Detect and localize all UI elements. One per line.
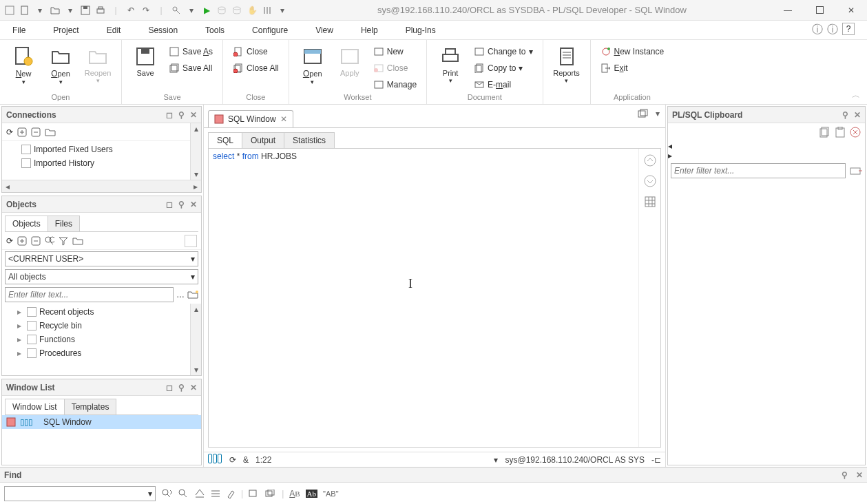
- tab-window-list[interactable]: Window List: [5, 399, 65, 414]
- highlight-icon[interactable]: [226, 489, 236, 498]
- redo-icon[interactable]: ↷: [140, 5, 152, 16]
- print-icon[interactable]: [95, 5, 106, 16]
- copy-icon[interactable]: [819, 127, 831, 138]
- remove-icon[interactable]: [31, 236, 41, 246]
- remove-icon[interactable]: [31, 127, 41, 137]
- db-commit-icon[interactable]: [231, 5, 242, 16]
- close-panel-icon[interactable]: ✕: [854, 110, 861, 120]
- nav-down-icon[interactable]: [644, 175, 656, 187]
- close-panel-icon[interactable]: ✕: [190, 110, 197, 120]
- menu-file[interactable]: File: [12, 25, 25, 35]
- folder-new-icon[interactable]: [45, 127, 56, 137]
- nav-up-icon[interactable]: [644, 154, 656, 167]
- delete-icon[interactable]: [850, 127, 861, 138]
- dropdown-icon[interactable]: ▾: [65, 5, 76, 16]
- tab-sql[interactable]: SQL: [208, 132, 242, 148]
- menu-plugins[interactable]: Plug-Ins: [406, 25, 436, 35]
- find-next-icon[interactable]: [178, 488, 189, 499]
- tab-objects[interactable]: Objects: [5, 216, 48, 231]
- new-button[interactable]: NNewew▾: [7, 43, 40, 85]
- window-state-icon[interactable]: ◻: [166, 200, 173, 209]
- open-folder-icon[interactable]: [50, 5, 61, 16]
- objects-filter-input[interactable]: [5, 287, 174, 302]
- link-icon[interactable]: -⊏: [651, 455, 661, 465]
- windows-icon[interactable]: [638, 109, 649, 118]
- blank-button[interactable]: [185, 235, 197, 247]
- tree-item[interactable]: Imported History: [5, 156, 198, 170]
- save-as-button[interactable]: Save As: [166, 44, 216, 59]
- maximize-button[interactable]: [804, 0, 835, 21]
- window-list-item[interactable]: ▯▯▯ SQL Window: [2, 415, 201, 429]
- collapse-ribbon-icon[interactable]: ︿: [852, 90, 860, 101]
- key-icon[interactable]: [171, 5, 182, 16]
- pin-icon[interactable]: ⚲: [842, 470, 848, 480]
- all-windows-icon[interactable]: [265, 490, 276, 498]
- menu-project[interactable]: Project: [53, 25, 79, 35]
- close-panel-icon[interactable]: ✕: [856, 470, 863, 480]
- menu-configure[interactable]: Configure: [252, 25, 288, 35]
- add-icon[interactable]: [17, 236, 27, 246]
- execute-icon[interactable]: ▶: [201, 5, 212, 16]
- tab-files[interactable]: Files: [48, 216, 80, 231]
- dropdown-icon[interactable]: ▾: [494, 455, 498, 465]
- scroll-right-icon[interactable]: ▸: [668, 151, 865, 160]
- workset-apply-button[interactable]: Apply: [333, 43, 366, 77]
- selection-icon[interactable]: [249, 490, 260, 498]
- pin-icon[interactable]: ⚲: [842, 110, 848, 120]
- menu-view[interactable]: View: [315, 25, 333, 35]
- workset-new-button[interactable]: New: [370, 44, 419, 59]
- whole-word-icon[interactable]: Ab: [306, 490, 317, 498]
- reopen-button[interactable]: Reopen▾: [81, 43, 114, 84]
- regex-icon[interactable]: "AB": [323, 490, 338, 498]
- menu-session[interactable]: Session: [148, 25, 178, 35]
- ampersand-icon[interactable]: &: [243, 455, 249, 465]
- workset-close-button[interactable]: Close: [370, 61, 419, 76]
- minimize-button[interactable]: —: [772, 0, 804, 21]
- help-circle-icon[interactable]: ⓘ: [812, 23, 823, 37]
- paste-icon[interactable]: [835, 127, 846, 138]
- dropdown-icon[interactable]: ▾: [34, 5, 45, 16]
- close-button[interactable]: ✕: [835, 0, 867, 21]
- more-icon[interactable]: …: [176, 290, 185, 300]
- scope-dropdown[interactable]: <CURRENT USER>▾: [5, 251, 198, 266]
- copy-to-button[interactable]: Copy to ▾: [471, 61, 535, 76]
- pin-icon[interactable]: ⚲: [178, 110, 185, 120]
- close-panel-icon[interactable]: ✕: [190, 200, 197, 209]
- dropdown-icon[interactable]: ▾: [656, 109, 660, 118]
- grid-icon[interactable]: [644, 196, 656, 208]
- window-state-icon[interactable]: ◻: [166, 383, 173, 392]
- close-all-button[interactable]: Close All: [230, 61, 282, 76]
- menu-help[interactable]: Help: [361, 25, 378, 35]
- tree-item[interactable]: ▸Procedures: [5, 346, 198, 360]
- menu-edit[interactable]: Edit: [107, 25, 121, 35]
- tree-item[interactable]: Imported Fixed Users: [5, 143, 198, 156]
- tab-statistics[interactable]: Statistics: [284, 132, 335, 148]
- info-circle-icon[interactable]: ⓘ: [827, 23, 838, 37]
- vertical-scrollbar[interactable]: ▴▾: [190, 123, 201, 180]
- filter-apply-icon[interactable]: [850, 166, 862, 176]
- open-button[interactable]: Open▾: [44, 43, 77, 85]
- workset-open-button[interactable]: Open▾: [296, 43, 329, 85]
- refresh-icon[interactable]: ⟳: [6, 236, 13, 246]
- replace-icon[interactable]: [194, 488, 205, 499]
- horizontal-scrollbar[interactable]: ◂▸: [2, 180, 201, 192]
- save-icon[interactable]: [80, 5, 91, 16]
- reports-button[interactable]: Reports▾: [550, 43, 583, 84]
- refresh-icon[interactable]: ⟳: [229, 455, 236, 465]
- close-tab-icon[interactable]: ✕: [280, 114, 287, 124]
- list-icon[interactable]: [211, 489, 220, 498]
- filter-icon[interactable]: [59, 236, 68, 246]
- new-instance-button[interactable]: New Instance: [598, 44, 667, 59]
- tree-item[interactable]: ▸Recycle bin: [5, 319, 198, 333]
- clipboard-filter-input[interactable]: [671, 163, 846, 178]
- tab-templates[interactable]: Templates: [64, 399, 117, 414]
- workset-manage-button[interactable]: Manage: [370, 77, 419, 92]
- context-help-icon[interactable]: ?: [842, 23, 855, 35]
- email-button[interactable]: E-mail: [471, 77, 535, 92]
- pin-icon[interactable]: ⚲: [178, 200, 185, 209]
- exit-button[interactable]: Exit: [598, 61, 667, 76]
- dropdown-icon[interactable]: ▾: [277, 5, 288, 16]
- find-prev-icon[interactable]: [161, 488, 172, 499]
- clipboard-list[interactable]: ◂▸: [668, 141, 865, 160]
- find-input[interactable]: ▾: [4, 486, 156, 501]
